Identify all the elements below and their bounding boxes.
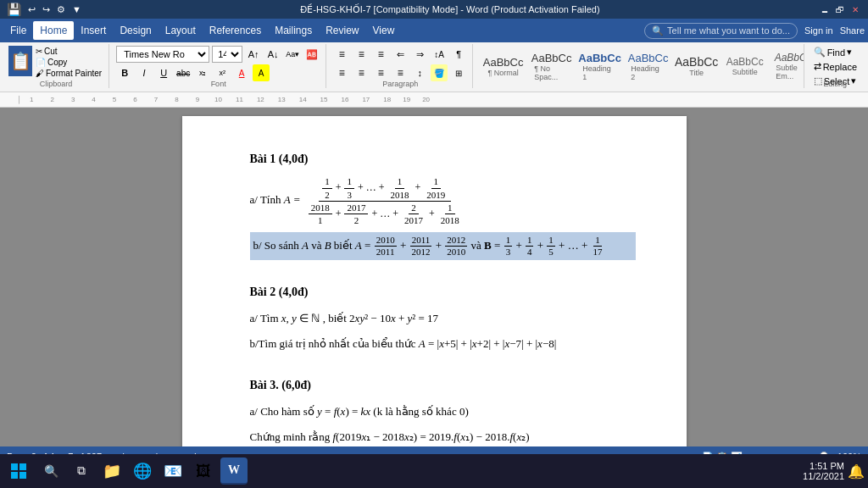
close-button[interactable]: ✕ <box>849 3 861 15</box>
svg-rect-1 <box>19 463 26 470</box>
style-subtitle[interactable]: AaBbCc Subtitle <box>721 47 768 85</box>
font-name-select[interactable]: Times New Ro <box>116 46 209 63</box>
decrease-indent-button[interactable]: ⇐ <box>392 46 409 63</box>
increase-indent-button[interactable]: ⇒ <box>411 46 428 63</box>
style-heading2[interactable]: AaBbCc Heading 2 <box>625 47 671 85</box>
font-row-1: Times New Ro 14 A↑ A↓ Aa▾ 🆎 <box>116 46 320 63</box>
clock-time: 1:51 PM <box>810 461 844 471</box>
window-controls: 🗕 🗗 ✕ <box>819 3 861 15</box>
menu-mailings[interactable]: Mailings <box>268 21 319 40</box>
edge-browser[interactable]: 🌐 <box>129 458 156 485</box>
find-button[interactable]: 🔍Find▾ <box>811 46 860 58</box>
signin-button[interactable]: Sign in <box>804 25 833 36</box>
window-title: ĐỀ-HSG-KHỐI-7 [Compatibility Mode] - Wor… <box>81 4 819 15</box>
highlight-button[interactable]: A <box>253 64 270 81</box>
title-bar: 💾 ↩ ↪ ⚙ ▼ ĐỀ-HSG-KHỐI-7 [Compatibility M… <box>0 0 868 19</box>
line-spacing-button[interactable]: ↕ <box>411 64 428 81</box>
taskbar: 🔍 ⧉ 📁 🌐 📧 🖼 W 1:51 PM 11/2/2021 🔔 <box>0 454 868 488</box>
style-subtle-em[interactable]: AaBbCc Subtle Em... <box>770 47 804 85</box>
menu-layout[interactable]: Layout <box>159 21 203 40</box>
justify-button[interactable]: ≡ <box>392 64 409 81</box>
svg-rect-0 <box>11 463 18 470</box>
menu-insert[interactable]: Insert <box>74 21 113 40</box>
clock-date: 11/2/2021 <box>803 471 844 481</box>
bai1b-and: và <box>471 238 485 251</box>
increase-font-button[interactable]: A↑ <box>245 46 262 63</box>
style-heading1[interactable]: AaBbCc Heading 1 <box>576 47 623 85</box>
strikethrough-button[interactable]: abc <box>175 64 192 81</box>
menu-home[interactable]: Home <box>33 21 74 40</box>
minimize-button[interactable]: 🗕 <box>819 3 831 15</box>
superscript-button[interactable]: x² <box>214 64 231 81</box>
start-button[interactable] <box>3 456 34 486</box>
clipboard-label: Clipboard <box>3 80 108 88</box>
font-case-button[interactable]: Aa▾ <box>284 46 301 63</box>
bai3-proof: Chứng minh rằng f(2019x₁ − 2018x₂) = 201… <box>250 427 636 446</box>
bai2-title: Bài 2 (4,0đ) <box>250 283 636 302</box>
underline-button[interactable]: U <box>155 64 172 81</box>
menu-design[interactable]: Design <box>113 21 158 40</box>
bai2-parta: a/ Tìm x, y ∈ ℕ , biết 2xy² − 10x + y² =… <box>250 308 636 328</box>
para-row-1: ≡ ≡ ≡ ⇐ ⇒ ↕A ¶ <box>333 46 467 63</box>
styles-group: AaBbCc ¶ Normal AaBbCc ¶ No Spac... AaBb… <box>475 44 804 88</box>
menu-references[interactable]: References <box>203 21 268 40</box>
word-taskbar[interactable]: W <box>220 458 248 485</box>
menu-review[interactable]: Review <box>319 21 365 40</box>
sort-button[interactable]: ↕A <box>431 46 448 63</box>
shading-button[interactable]: 🪣 <box>431 64 448 81</box>
photos-app[interactable]: 🖼 <box>190 458 217 485</box>
bai3-parta: a/ Cho hàm số y = f(x) = kx (k là hằng s… <box>250 402 636 421</box>
paragraph-group: ≡ ≡ ≡ ⇐ ⇒ ↕A ¶ ≡ ≡ ≡ ≡ ↕ 🪣 ⊞ Paragraph <box>328 44 473 88</box>
editing-group: 🔍Find▾ ⇄Replace ⬚Select▾ Editing <box>806 44 865 88</box>
menu-right: 🔍 Tell me what you want to do... Sign in… <box>644 23 865 39</box>
menu-bar: File Home Insert Design Layout Reference… <box>0 19 868 42</box>
replace-button[interactable]: ⇄Replace <box>811 60 860 73</box>
file-explorer[interactable]: 📁 <box>98 458 125 485</box>
align-left-button[interactable]: ≡ <box>333 64 350 81</box>
style-normal[interactable]: AaBbCc ¶ Normal <box>480 47 526 85</box>
task-view[interactable]: ⧉ <box>68 458 95 485</box>
bai3-title: Bài 3. (6,0đ) <box>250 376 636 395</box>
align-center-button[interactable]: ≡ <box>353 64 370 81</box>
decrease-font-button[interactable]: A↓ <box>264 46 281 63</box>
search-taskbar[interactable]: 🔍 <box>37 458 64 485</box>
multilevel-button[interactable]: ≡ <box>372 46 389 63</box>
svg-rect-3 <box>19 472 26 479</box>
clipboard-group: 📋 ✂Cut 📄Copy 🖌Format Painter Clipboard <box>3 44 109 88</box>
ribbon: 📋 ✂Cut 📄Copy 🖌Format Painter Clipboard <box>0 42 868 92</box>
menu-file[interactable]: File <box>3 21 33 40</box>
paste-button[interactable]: 📋 <box>8 46 32 76</box>
show-marks-button[interactable]: ¶ <box>450 46 467 63</box>
style-no-spacing[interactable]: AaBbCc ¶ No Spac... <box>528 47 575 85</box>
numbering-button[interactable]: ≡ <box>353 46 370 63</box>
clock: 1:51 PM 11/2/2021 <box>803 461 844 481</box>
mail-app[interactable]: 📧 <box>159 458 186 485</box>
paragraph-label: Paragraph <box>328 80 472 88</box>
share-button[interactable]: Share <box>840 25 865 36</box>
svg-rect-2 <box>11 472 18 479</box>
document-page: Bài 1 (4,0đ) a/ Tính A = 12 + 13 + … + 1… <box>182 116 687 446</box>
notification-area[interactable]: 🔔 <box>848 463 865 480</box>
maximize-button[interactable]: 🗗 <box>834 3 846 15</box>
italic-button[interactable]: I <box>136 64 153 81</box>
bai1b-label: b/ So sánh A và B biết <box>253 238 355 251</box>
para-row-2: ≡ ≡ ≡ ≡ ↕ 🪣 ⊞ <box>333 64 467 81</box>
bold-button[interactable]: B <box>116 64 133 81</box>
font-row-2: B I U abc x₂ x² A A <box>116 64 320 81</box>
font-color-button[interactable]: A <box>233 64 250 81</box>
clear-format-button[interactable]: 🆎 <box>303 46 320 63</box>
format-painter-button[interactable]: 🖌Format Painter <box>34 68 103 79</box>
bai1-title: Bài 1 (4,0đ) <box>250 150 636 169</box>
align-right-button[interactable]: ≡ <box>372 64 389 81</box>
subscript-button[interactable]: x₂ <box>194 64 211 81</box>
search-input[interactable]: Tell me what you want to do... <box>667 25 790 36</box>
bullets-button[interactable]: ≡ <box>333 46 350 63</box>
font-group: Times New Ro 14 A↑ A↓ Aa▾ 🆎 B I U abc x₂… <box>111 44 326 88</box>
font-size-select[interactable]: 14 <box>212 46 242 63</box>
cut-button[interactable]: ✂Cut <box>34 46 103 57</box>
document-area[interactable]: Bài 1 (4,0đ) a/ Tính A = 12 + 13 + … + 1… <box>0 108 868 446</box>
style-title[interactable]: AaBbCc Title <box>673 47 720 85</box>
menu-view[interactable]: View <box>366 21 402 40</box>
border-button[interactable]: ⊞ <box>450 64 467 81</box>
copy-button[interactable]: 📄Copy <box>34 57 103 68</box>
